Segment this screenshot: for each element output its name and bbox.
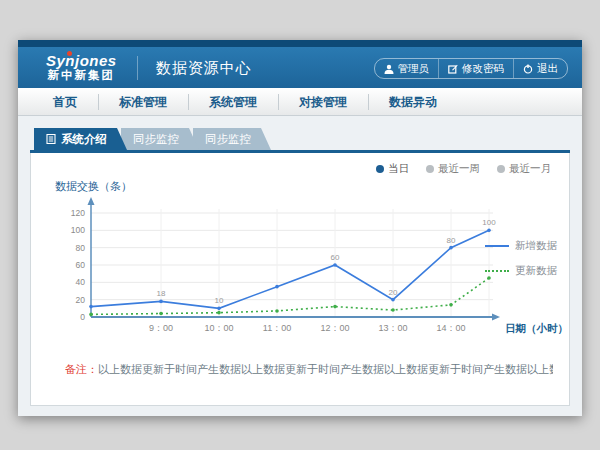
tab-label: 系统介绍: [61, 128, 107, 150]
legend-entry-new-data[interactable]: 新增数据: [485, 239, 557, 253]
footnote-prefix: 备注：: [65, 363, 98, 375]
tab-sync-monitor-1[interactable]: 同步监控: [121, 128, 199, 150]
svg-text:13：00: 13：00: [378, 323, 407, 333]
svg-text:60: 60: [331, 253, 340, 262]
legend-line-dotted-icon: [485, 270, 509, 272]
content-area: 系统介绍 同步监控 同步监控 当日 最近一周: [18, 116, 582, 406]
svg-text:10: 10: [215, 296, 224, 305]
svg-text:14：00: 14：00: [436, 323, 465, 333]
radio-icon: [376, 165, 384, 173]
nav-item-home[interactable]: 首页: [32, 89, 98, 115]
user-toolbar: 管理员 修改密码 退出: [374, 58, 569, 79]
logo-text: Synjones: [46, 53, 117, 70]
power-icon: [523, 64, 533, 74]
svg-text:18: 18: [157, 289, 166, 298]
svg-text:40: 40: [76, 277, 86, 287]
app-header: Synjones 新中新集团 数据资源中心 管理员 修改密码 退出: [18, 47, 582, 88]
svg-text:20: 20: [389, 288, 398, 297]
legend-line-solid-icon: [485, 245, 509, 247]
nav-item-system-mgmt[interactable]: 系统管理: [188, 89, 278, 115]
chart-panel: 当日 最近一周 最近一月 数据交换（条） 0204060801001209：00…: [30, 153, 570, 406]
period-selector: 当日 最近一周 最近一月: [376, 162, 551, 176]
period-radio[interactable]: 最近一月: [497, 162, 551, 176]
svg-text:11：00: 11：00: [263, 323, 291, 333]
period-label: 当日: [388, 162, 409, 176]
user-label: 管理员: [398, 62, 430, 76]
browser-window: Synjones 新中新集团 数据资源中心 管理员 修改密码 退出: [18, 40, 582, 416]
nav-item-interface-mgmt[interactable]: 对接管理: [278, 89, 368, 115]
logout-label: 退出: [537, 62, 558, 76]
change-password-button[interactable]: 修改密码: [438, 59, 513, 78]
tab-bar: 系统介绍 同步监控 同步监控: [34, 128, 570, 150]
user-icon: [384, 64, 394, 74]
tab-system-intro[interactable]: 系统介绍: [34, 128, 127, 150]
svg-text:10：00: 10：00: [204, 323, 233, 333]
footnote-body: 以上数据更新于时间产生数据以上数据更新于时间产生数据以上数据更新于时间产生数据以…: [98, 363, 553, 375]
radio-icon: [426, 165, 434, 173]
svg-text:9：00: 9：00: [149, 323, 173, 333]
window-top-strip: [18, 40, 582, 47]
radio-icon: [497, 165, 505, 173]
svg-text:60: 60: [76, 260, 86, 270]
svg-text:0: 0: [80, 312, 85, 322]
main-nav: 首页 标准管理 系统管理 对接管理 数据异动: [18, 88, 582, 116]
svg-text:20: 20: [76, 295, 86, 305]
chart-legend: 新增数据 更新数据: [485, 239, 557, 289]
tab-sync-monitor-2[interactable]: 同步监控: [193, 128, 271, 150]
period-label: 最近一周: [438, 162, 480, 176]
nav-item-standard-mgmt[interactable]: 标准管理: [98, 89, 188, 115]
svg-text:80: 80: [76, 243, 86, 253]
period-radio[interactable]: 最近一周: [426, 162, 480, 176]
page-title: 数据资源中心: [137, 56, 252, 80]
edit-icon: [448, 64, 458, 74]
legend-label: 新增数据: [515, 239, 557, 253]
svg-text:80: 80: [447, 236, 456, 245]
svg-text:日期（小时）: 日期（小时）: [505, 322, 568, 335]
svg-text:12：00: 12：00: [320, 323, 349, 333]
change-password-label: 修改密码: [462, 62, 504, 76]
y-axis-title: 数据交换（条）: [55, 179, 132, 194]
nav-item-data-change[interactable]: 数据异动: [368, 89, 458, 115]
svg-text:120: 120: [71, 208, 85, 218]
svg-text:100: 100: [482, 218, 496, 227]
footnote: 备注：以上数据更新于时间产生数据以上数据更新于时间产生数据以上数据更新于时间产生…: [65, 362, 553, 377]
document-icon: [46, 134, 56, 144]
legend-label: 更新数据: [515, 264, 557, 278]
logo-subtext: 新中新集团: [46, 69, 117, 82]
period-radio[interactable]: 当日: [376, 162, 409, 176]
desktop-background: Synjones 新中新集团 数据资源中心 管理员 修改密码 退出: [0, 0, 600, 450]
period-label: 最近一月: [509, 162, 551, 176]
company-logo: Synjones 新中新集团: [46, 53, 117, 82]
svg-text:100: 100: [71, 225, 85, 235]
logout-button[interactable]: 退出: [513, 59, 567, 78]
user-menu-button[interactable]: 管理员: [375, 59, 439, 78]
logo-red-dot-icon: [67, 51, 72, 56]
legend-entry-update-data[interactable]: 更新数据: [485, 264, 557, 278]
